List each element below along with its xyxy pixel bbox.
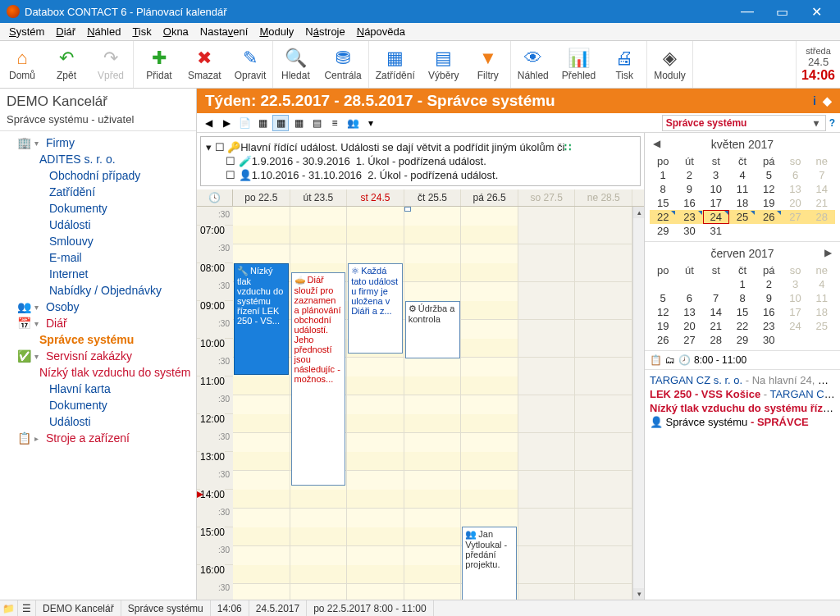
tree-smlouvy[interactable]: Smlouvy <box>0 233 196 249</box>
modules-button[interactable]: ◈Moduly <box>647 46 692 83</box>
cal-day[interactable]: 27 <box>782 210 808 224</box>
view-month-icon[interactable]: ▦ <box>290 115 307 131</box>
tree-zatrideni[interactable]: Zatřídění <box>0 184 196 200</box>
cal-day[interactable]: 1 <box>650 168 676 182</box>
dayhead-tue[interactable]: út 23.5 <box>290 189 348 206</box>
tree-udalosti[interactable]: Události <box>0 217 196 233</box>
delete-button[interactable]: ✖Smazat <box>181 46 228 83</box>
menu-nahled[interactable]: Náhled <box>81 24 126 39</box>
tree-firmy[interactable]: 🏢▾Firmy <box>0 135 196 151</box>
cal-day[interactable]: 5 <box>650 291 676 305</box>
cal-day[interactable]: 24 <box>703 210 729 224</box>
cal-day[interactable]: 10 <box>782 291 808 305</box>
day-col-fri[interactable]: 👥Jan Vytloukal - předání projektu. <box>461 207 518 600</box>
cal-day[interactable]: 20 <box>676 319 702 333</box>
cal-day[interactable]: 8 <box>650 182 676 196</box>
cal-day[interactable]: 19 <box>756 196 782 210</box>
cal-day[interactable]: 7 <box>809 168 835 182</box>
cal-day[interactable]: 29 <box>729 333 756 347</box>
cal-prev-icon[interactable]: ◀ <box>653 138 660 149</box>
menu-okna[interactable]: Okna <box>158 24 194 39</box>
list-icon[interactable]: 📋 <box>650 354 662 366</box>
cal-day[interactable]: 26 <box>756 210 782 224</box>
filter-toggle-icon[interactable]: ▾ <box>363 115 379 131</box>
event-nizkytlak[interactable]: 🔧Nízký tlak vzduchu do systému řízení LE… <box>234 263 289 375</box>
cal-day[interactable]: 13 <box>782 182 808 196</box>
calendar-may[interactable]: ◀květen 2017 poútstčtpásone1234567891011… <box>645 133 840 242</box>
dayhead-wed[interactable]: st 24.5 <box>347 189 404 206</box>
minimize-button[interactable]: — <box>730 0 765 23</box>
cal-day[interactable]: 3 <box>782 277 808 291</box>
day-col-sat[interactable] <box>518 207 576 600</box>
people-toggle-icon[interactable]: 👥 <box>345 115 361 131</box>
cal-day[interactable]: 26 <box>650 333 676 347</box>
dayhead-sun[interactable]: ne 28.5 <box>575 189 632 206</box>
classify-button[interactable]: ▦Zatřídění <box>369 46 422 83</box>
event-udrzba-abs[interactable]: ⚙Údržba a kontrola <box>405 301 461 358</box>
cal-day[interactable]: 11 <box>729 182 756 196</box>
help-icon[interactable]: ? <box>829 117 835 129</box>
cal-day[interactable]: 16 <box>756 305 782 319</box>
sb-folder-icon[interactable]: 📁 <box>0 600 18 616</box>
tree-stroje[interactable]: 📋▸Stroje a zařízení <box>0 430 196 446</box>
print-button[interactable]: 🖨Tisk <box>602 46 646 83</box>
flag-icon[interactable]: ◆ <box>823 94 832 107</box>
tree-servis-dokumenty[interactable]: Dokumenty <box>0 397 196 413</box>
menu-moduly[interactable]: Moduly <box>253 24 299 39</box>
close-button[interactable]: ✕ <box>799 0 833 23</box>
menu-nastroje[interactable]: Nástroje <box>299 24 350 39</box>
cal-day[interactable]: 13 <box>676 305 702 319</box>
cal-day[interactable]: 22 <box>650 210 676 224</box>
preview-button[interactable]: 👁Náhled <box>511 46 555 83</box>
cal-day[interactable]: 6 <box>782 168 808 182</box>
report-button[interactable]: 📊Přehled <box>555 46 602 83</box>
tree-servis[interactable]: ✅▾Servisní zakázky <box>0 348 196 364</box>
cal-day[interactable]: 7 <box>703 291 729 305</box>
cal-day[interactable]: 12 <box>650 305 676 319</box>
cal-day[interactable]: 27 <box>676 333 702 347</box>
day-col-thu[interactable] <box>404 207 462 600</box>
detail-line[interactable]: LEK 250 - VSS Košice - TARGAN CZ s. r. o… <box>650 387 835 401</box>
cal-day[interactable]: 8 <box>729 291 756 305</box>
cal-day[interactable]: 2 <box>756 277 782 291</box>
cal-day[interactable]: 31 <box>703 224 729 238</box>
cal-day[interactable]: 2 <box>676 168 702 182</box>
cal-day[interactable]: 25 <box>729 210 756 224</box>
cal-day[interactable]: 18 <box>809 305 835 319</box>
event-diar[interactable]: 🥧Diář slouží pro zaznamen a plánování ob… <box>291 272 346 486</box>
menu-napoveda[interactable]: Nápověda <box>351 24 411 39</box>
cal-day[interactable]: 28 <box>703 333 729 347</box>
menu-tisk[interactable]: Tisk <box>126 24 157 39</box>
cal-day[interactable]: 28 <box>809 210 835 224</box>
cal-day[interactable]: 3 <box>703 168 729 182</box>
cal-day[interactable]: 18 <box>729 196 756 210</box>
nav-back-button[interactable]: ↶Zpět <box>44 46 89 83</box>
tree-nizkytlak[interactable]: Nízký tlak vzduchu do systém <box>0 364 196 381</box>
cal-day[interactable]: 11 <box>809 291 835 305</box>
menu-diar[interactable]: Diář <box>50 24 81 39</box>
detail-line[interactable]: 👤 Správce systému - SPRÁVCE <box>650 415 835 429</box>
expand-dots-icon[interactable]: ∷ <box>564 141 569 153</box>
cal-day[interactable]: 19 <box>650 319 676 333</box>
event-tree[interactable]: ▾ ☐ 🔑 Hlavní řídící událost. Události se… <box>200 136 641 186</box>
cal-day[interactable]: 29 <box>650 224 676 238</box>
day-col-tue[interactable]: 🥧Diář slouží pro zaznamen a plánování ob… <box>290 207 348 600</box>
cal-day[interactable]: 30 <box>756 333 782 347</box>
nav-prev-icon[interactable]: ◀ <box>200 115 217 131</box>
nav-forward-button[interactable]: ↷Vpřed <box>89 46 133 83</box>
cal-day[interactable]: 23 <box>676 210 702 224</box>
edit-button[interactable]: ✎Opravit <box>228 46 273 83</box>
cal-day[interactable]: 25 <box>809 319 835 333</box>
view-list-icon[interactable]: ≡ <box>326 115 343 131</box>
view-workweek-icon[interactable]: ▦ <box>254 115 271 131</box>
week-grid[interactable]: :30 07:00:30 08:00:30 09:00:30 10:00:30 … <box>197 207 644 600</box>
add-button[interactable]: ✚Přidat <box>137 46 181 83</box>
find-button[interactable]: 🔍Hledat <box>273 46 317 83</box>
view-day-icon[interactable]: 📄 <box>236 115 253 131</box>
tree-internet[interactable]: Internet <box>0 266 196 282</box>
cal-day[interactable]: 16 <box>676 196 702 210</box>
owner-select[interactable]: Správce systému ▾ <box>662 115 826 131</box>
tree-email[interactable]: E-mail <box>0 249 196 266</box>
cal-day[interactable]: 17 <box>782 305 808 319</box>
filters-button[interactable]: ▼Filtry <box>466 46 510 83</box>
